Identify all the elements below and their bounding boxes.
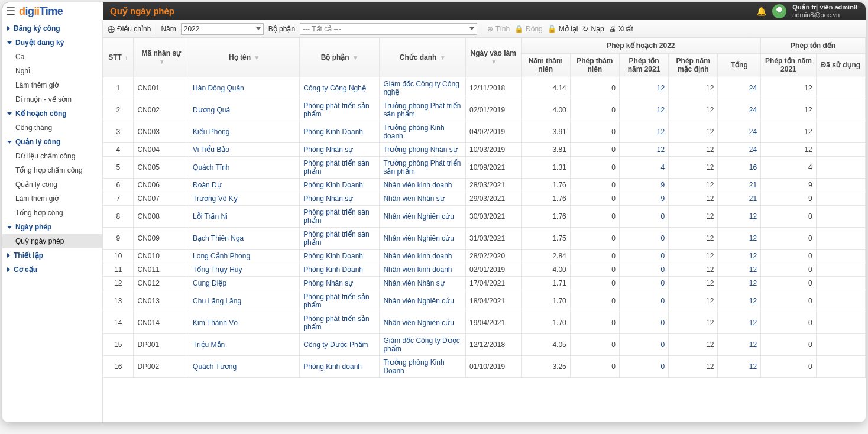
cell-bophan[interactable]: Công ty Công Nghệ: [300, 77, 380, 99]
user-block[interactable]: Quản trị viên admin8 admin8@ooc.vn: [792, 4, 857, 19]
col-namtn[interactable]: Năm thâm niên: [521, 53, 570, 77]
cell-tong[interactable]: 24: [718, 99, 761, 121]
table-row[interactable]: 16DP002Quách TươngPhòng Kinh doanhTrưởng…: [103, 355, 866, 377]
col-ma[interactable]: Mã nhân sự ▼: [134, 38, 189, 77]
table-row[interactable]: 5CN005Quách TĩnhPhòng phát triển sản phẩ…: [103, 156, 866, 178]
col-phepmd[interactable]: Phép năm mặc định: [669, 53, 718, 77]
cell-hoten[interactable]: Quách Tĩnh: [189, 156, 300, 178]
cell-chucdanh[interactable]: Trưởng phòng Nhân sự: [380, 142, 466, 156]
cell-phepton21[interactable]: 9: [619, 192, 668, 205]
cell-bophan[interactable]: Phòng Kinh doanh: [300, 355, 380, 377]
cell-hoten[interactable]: Long Cảnh Phong: [189, 249, 300, 263]
table-row[interactable]: 13CN013Chu Lăng LăngPhòng phát triển sản…: [103, 290, 866, 312]
cell-chucdanh[interactable]: Trưởng phòng Phát triển sản phẩm: [380, 99, 466, 121]
table-row[interactable]: 2CN002Dương QuáPhòng phát triển sản phẩm…: [103, 99, 866, 121]
cell-phepton21[interactable]: 0: [619, 263, 668, 276]
cell-bophan[interactable]: Phòng Nhân sự: [300, 276, 380, 290]
cell-phepton21[interactable]: 12: [619, 121, 668, 142]
hamburger-icon[interactable]: ☰: [6, 5, 15, 18]
cell-tong[interactable]: 12: [718, 249, 761, 263]
nav-item-ca[interactable]: Ca: [2, 50, 102, 64]
cell-phepton21[interactable]: 4: [619, 156, 668, 178]
cell-phepton21[interactable]: 0: [619, 249, 668, 263]
col-phepton21b[interactable]: Phép tồn năm 2021: [761, 53, 817, 77]
cell-hoten[interactable]: Triệu Mẫn: [189, 333, 300, 355]
cell-chucdanh[interactable]: Nhân viên Nhân sự: [380, 192, 466, 205]
cell-hoten[interactable]: Hàn Đông Quân: [189, 77, 300, 99]
nav-item-tong-hop-cham-cong[interactable]: Tổng hợp chấm công: [2, 163, 102, 177]
table-row[interactable]: 15DP001Triệu MẫnCông ty Dược PhẩmGiám đố…: [103, 333, 866, 355]
cell-bophan[interactable]: Phòng Kinh Doanh: [300, 249, 380, 263]
cell-phepton21[interactable]: 0: [619, 205, 668, 227]
cell-phepton21[interactable]: 0: [619, 355, 668, 377]
table-row[interactable]: 6CN006Đoàn DựPhòng Kinh DoanhNhân viên k…: [103, 178, 866, 192]
cell-bophan[interactable]: Phòng Kinh Doanh: [300, 121, 380, 142]
cell-chucdanh[interactable]: Nhân viên Nghiên cứu: [380, 227, 466, 249]
filter-icon[interactable]: ▼: [159, 59, 165, 65]
cell-phepton21[interactable]: 0: [619, 227, 668, 249]
nav-item-di-muon[interactable]: Đi muộn - về sớm: [2, 92, 102, 106]
cell-phepton21[interactable]: 12: [619, 142, 668, 156]
nav-thiet-lap[interactable]: Thiết lập: [2, 248, 102, 263]
nav-ngay-phep[interactable]: Ngày phép: [2, 220, 102, 234]
cell-chucdanh[interactable]: Nhân viên Nghiên cứu: [380, 312, 466, 333]
table-row[interactable]: 12CN012Cung DiệpPhòng Nhân sựNhân viên N…: [103, 276, 866, 290]
table-row[interactable]: 4CN004Vi Tiểu BảoPhòng Nhân sựTrưởng phò…: [103, 142, 866, 156]
cell-tong[interactable]: 12: [718, 205, 761, 227]
cell-chucdanh[interactable]: Trưởng phòng Kinh Doanh: [380, 355, 466, 377]
cell-tong[interactable]: 12: [718, 355, 761, 377]
table-row[interactable]: 8CN008Lỗi Trần NiPhòng phát triển sản ph…: [103, 205, 866, 227]
table-row[interactable]: 7CN007Trương Vô KỵPhòng Nhân sựNhân viên…: [103, 192, 866, 205]
table-row[interactable]: 1CN001Hàn Đông QuânCông ty Công NghệGiám…: [103, 77, 866, 99]
cell-tong[interactable]: 24: [718, 121, 761, 142]
cell-bophan[interactable]: Phòng phát triển sản phẩm: [300, 156, 380, 178]
nav-quan-ly-cong[interactable]: Quản lý công: [2, 135, 102, 149]
filter-icon[interactable]: ▼: [491, 59, 497, 65]
table-row[interactable]: 9CN009Bạch Thiên NgaPhòng phát triển sản…: [103, 227, 866, 249]
col-phepton21[interactable]: Phép tồn năm 2021: [619, 53, 668, 77]
col-dasd[interactable]: Đã sử dụng: [816, 53, 865, 77]
cell-phepton21[interactable]: 9: [619, 178, 668, 192]
cell-hoten[interactable]: Đoàn Dự: [189, 178, 300, 192]
export-button[interactable]: 🖨Xuất: [609, 25, 633, 33]
cell-tong[interactable]: 12: [718, 333, 761, 355]
cell-phepton21[interactable]: 12: [619, 77, 668, 99]
filter-icon[interactable]: ▼: [352, 54, 358, 61]
col-hoten[interactable]: Họ tên ▼: [189, 38, 300, 77]
nav-ke-hoach-cong[interactable]: Kế hoạch công: [2, 106, 102, 121]
cell-bophan[interactable]: Phòng Nhân sự: [300, 142, 380, 156]
cell-bophan[interactable]: Phòng phát triển sản phẩm: [300, 290, 380, 312]
cell-bophan[interactable]: Phòng Kinh Doanh: [300, 263, 380, 276]
cell-bophan[interactable]: Phòng phát triển sản phẩm: [300, 227, 380, 249]
col-pheptn[interactable]: Phép thâm niên: [570, 53, 619, 77]
nav-duyet-dang-ky[interactable]: Duyệt đăng ký: [2, 35, 102, 50]
cell-bophan[interactable]: Phòng phát triển sản phẩm: [300, 205, 380, 227]
col-chucdanh[interactable]: Chức danh ▼: [380, 38, 466, 77]
cell-tong[interactable]: 12: [718, 312, 761, 333]
cell-chucdanh[interactable]: Nhân viên Nghiên cứu: [380, 290, 466, 312]
col-bophan[interactable]: Bộ phận ▼: [300, 38, 380, 77]
filter-icon[interactable]: ▼: [440, 54, 446, 61]
col-ngayvao[interactable]: Ngày vào làm ▼: [466, 38, 522, 77]
cell-hoten[interactable]: Vi Tiểu Bảo: [189, 142, 300, 156]
cell-hoten[interactable]: Kim Thành Võ: [189, 312, 300, 333]
avatar[interactable]: [772, 4, 786, 18]
table-row[interactable]: 10CN010Long Cảnh PhongPhòng Kinh DoanhNh…: [103, 249, 866, 263]
cell-chucdanh[interactable]: Nhân viên Nghiên cứu: [380, 205, 466, 227]
cell-hoten[interactable]: Bạch Thiên Nga: [189, 227, 300, 249]
cell-tong[interactable]: 12: [718, 290, 761, 312]
nav-item-lam-them-gio[interactable]: Làm thêm giờ: [2, 78, 102, 92]
cell-tong[interactable]: 12: [718, 276, 761, 290]
table-row[interactable]: 11CN011Tống Thụy HuyPhòng Kinh DoanhNhân…: [103, 263, 866, 276]
adjust-button[interactable]: ⨁Điều chỉnh: [108, 25, 151, 33]
cell-hoten[interactable]: Quách Tương: [189, 355, 300, 377]
cell-phepton21[interactable]: 0: [619, 290, 668, 312]
cell-tong[interactable]: 16: [718, 156, 761, 178]
cell-bophan[interactable]: Công ty Dược Phẩm: [300, 333, 380, 355]
nav-item-tong-hop-cong[interactable]: Tổng hợp công: [2, 206, 102, 220]
cell-phepton21[interactable]: 12: [619, 99, 668, 121]
cell-bophan[interactable]: Phòng Nhân sự: [300, 192, 380, 205]
nav-co-cau[interactable]: Cơ cấu: [2, 263, 102, 277]
cell-hoten[interactable]: Cung Diệp: [189, 276, 300, 290]
cell-hoten[interactable]: Trương Vô Kỵ: [189, 192, 300, 205]
